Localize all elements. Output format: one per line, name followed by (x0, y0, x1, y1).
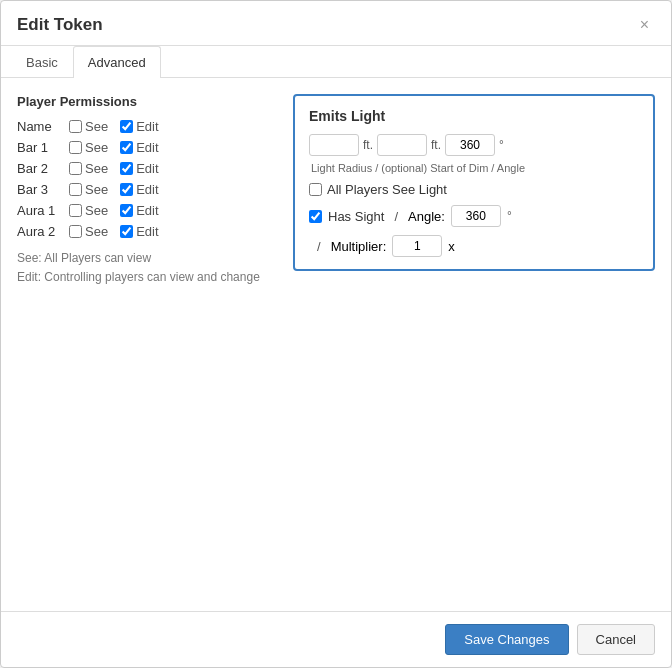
perm-see-bar1-label: See (85, 140, 108, 155)
cancel-button[interactable]: Cancel (577, 624, 655, 655)
perm-label-aura1: Aura 1 (17, 203, 65, 218)
permission-row-bar2: Bar 2 See Edit (17, 161, 277, 176)
light-angle-input[interactable] (445, 134, 495, 156)
ft-label-1: ft. (363, 138, 373, 152)
permissions-title: Player Permissions (17, 94, 277, 109)
multiplier-row: / Multiplier: x (313, 235, 639, 257)
checkbox-see-bar1[interactable] (69, 141, 82, 154)
permission-notes: See: All Players can view Edit: Controll… (17, 249, 277, 287)
checkbox-see-aura2[interactable] (69, 225, 82, 238)
checkbox-edit-bar3[interactable] (120, 183, 133, 196)
all-players-see-light-row: All Players See Light (309, 182, 639, 197)
checkbox-edit-bar1[interactable] (120, 141, 133, 154)
dialog-body: Player Permissions Name See Edit Bar 1 S… (1, 78, 671, 611)
save-changes-button[interactable]: Save Changes (445, 624, 568, 655)
checkbox-edit-name[interactable] (120, 120, 133, 133)
perm-see-aura1-label: See (85, 203, 108, 218)
tab-advanced[interactable]: Advanced (73, 46, 161, 78)
edit-token-dialog: Edit Token × Basic Advanced Player Permi… (0, 0, 672, 668)
perm-edit-name: Edit (120, 119, 158, 134)
perm-see-aura1: See (69, 203, 108, 218)
has-sight-label: Has Sight (328, 209, 384, 224)
has-sight-row: Has Sight / Angle: ° (309, 205, 639, 227)
checkbox-edit-bar2[interactable] (120, 162, 133, 175)
perm-label-name: Name (17, 119, 65, 134)
x-label: x (448, 239, 455, 254)
permission-row-name: Name See Edit (17, 119, 277, 134)
all-players-see-light-label: All Players See Light (327, 182, 447, 197)
multiplier-label: Multiplier: (331, 239, 387, 254)
ft-label-2: ft. (431, 138, 441, 152)
perm-edit-name-label: Edit (136, 119, 158, 134)
perm-edit-bar3-label: Edit (136, 182, 158, 197)
multiplier-input[interactable] (392, 235, 442, 257)
light-radius-desc: Light Radius / (optional) Start of Dim /… (311, 162, 639, 174)
perm-see-bar2-label: See (85, 161, 108, 176)
perm-edit-bar2: Edit (120, 161, 158, 176)
perm-edit-bar1: Edit (120, 140, 158, 155)
permission-row-aura2: Aura 2 See Edit (17, 224, 277, 239)
checkbox-edit-aura2[interactable] (120, 225, 133, 238)
has-sight-checkbox[interactable] (309, 210, 322, 223)
note-see: See: All Players can view (17, 249, 277, 268)
perm-label-aura2: Aura 2 (17, 224, 65, 239)
checkbox-see-bar2[interactable] (69, 162, 82, 175)
permission-row-bar3: Bar 3 See Edit (17, 182, 277, 197)
perm-edit-bar3: Edit (120, 182, 158, 197)
permission-row-bar1: Bar 1 See Edit (17, 140, 277, 155)
all-players-see-light-checkbox[interactable] (309, 183, 322, 196)
perm-edit-aura2-label: Edit (136, 224, 158, 239)
perm-edit-bar1-label: Edit (136, 140, 158, 155)
perm-see-name: See (69, 119, 108, 134)
degree-symbol-2: ° (507, 209, 512, 223)
angle-label: Angle: (408, 209, 445, 224)
perm-label-bar3: Bar 3 (17, 182, 65, 197)
dialog-header: Edit Token × (1, 1, 671, 46)
left-panel: Player Permissions Name See Edit Bar 1 S… (17, 94, 277, 595)
light-inputs-row: ft. ft. ° (309, 134, 639, 156)
dialog-footer: Save Changes Cancel (1, 611, 671, 667)
perm-edit-bar2-label: Edit (136, 161, 158, 176)
perm-see-bar3-label: See (85, 182, 108, 197)
note-edit: Edit: Controlling players can view and c… (17, 268, 277, 287)
checkbox-see-name[interactable] (69, 120, 82, 133)
perm-see-bar3: See (69, 182, 108, 197)
perm-edit-aura1-label: Edit (136, 203, 158, 218)
slash-1: / (394, 209, 398, 224)
checkbox-see-aura1[interactable] (69, 204, 82, 217)
close-button[interactable]: × (634, 15, 655, 35)
degree-symbol-1: ° (499, 138, 504, 152)
perm-see-aura2: See (69, 224, 108, 239)
perm-see-name-label: See (85, 119, 108, 134)
light-radius-input[interactable] (309, 134, 359, 156)
perm-label-bar1: Bar 1 (17, 140, 65, 155)
checkbox-see-bar3[interactable] (69, 183, 82, 196)
tabs-bar: Basic Advanced (1, 46, 671, 78)
sight-angle-input[interactable] (451, 205, 501, 227)
light-dim-input[interactable] (377, 134, 427, 156)
perm-see-bar1: See (69, 140, 108, 155)
tab-basic[interactable]: Basic (11, 46, 73, 78)
dialog-title: Edit Token (17, 15, 103, 35)
perm-edit-aura2: Edit (120, 224, 158, 239)
checkbox-edit-aura1[interactable] (120, 204, 133, 217)
permission-row-aura1: Aura 1 See Edit (17, 203, 277, 218)
right-panel: Emits Light ft. ft. ° Light Radius / (op… (293, 94, 655, 595)
perm-see-aura2-label: See (85, 224, 108, 239)
emits-light-title: Emits Light (309, 108, 639, 124)
perm-label-bar2: Bar 2 (17, 161, 65, 176)
emits-light-box: Emits Light ft. ft. ° Light Radius / (op… (293, 94, 655, 271)
perm-see-bar2: See (69, 161, 108, 176)
slash-2: / (317, 239, 321, 254)
perm-edit-aura1: Edit (120, 203, 158, 218)
